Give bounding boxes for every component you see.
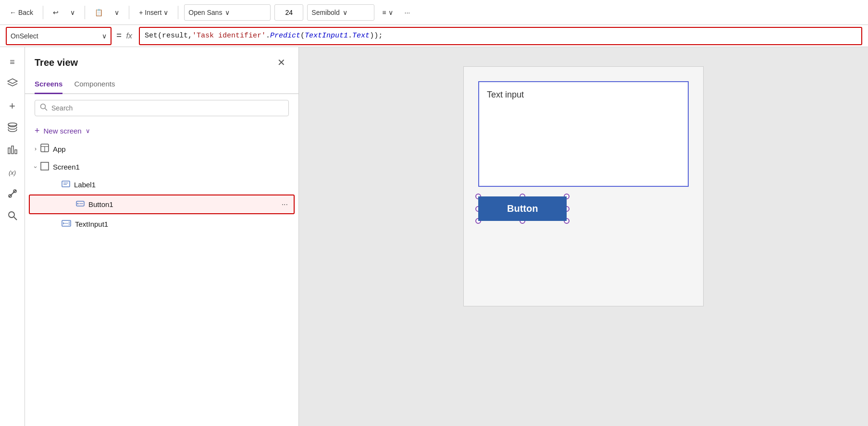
analytics-icon bbox=[7, 144, 18, 157]
undo-icon: ↩ bbox=[53, 9, 59, 16]
search-input[interactable] bbox=[51, 104, 284, 112]
tree-panel: Tree view ✕ Screens Components + bbox=[25, 47, 299, 426]
back-label: Back bbox=[18, 9, 33, 16]
screen1-chevron-icon: › bbox=[32, 166, 39, 168]
svg-line-5 bbox=[9, 190, 16, 197]
insert-chevron-icon: ∨ bbox=[163, 9, 168, 16]
back-button[interactable]: ← Back bbox=[6, 7, 37, 18]
hamburger-icon: ≡ bbox=[10, 57, 15, 67]
paste-icon: 📋 bbox=[95, 9, 103, 16]
insert-label: Insert bbox=[145, 9, 161, 16]
svg-rect-3 bbox=[12, 146, 13, 154]
equals-sign: = bbox=[116, 31, 122, 41]
divider-4 bbox=[178, 6, 178, 19]
paste-dropdown-button[interactable]: ∨ bbox=[111, 7, 123, 18]
layers-icon bbox=[7, 78, 18, 91]
app-chevron-icon: › bbox=[35, 146, 37, 152]
menu-lines-icon: ≡ bbox=[382, 9, 386, 16]
formula-input[interactable]: Set(result, 'Task identifier' . Predict … bbox=[139, 27, 862, 45]
close-tree-button[interactable]: ✕ bbox=[273, 55, 289, 70]
weight-chevron-icon: ∨ bbox=[343, 9, 347, 16]
font-weight-value: Semibold bbox=[311, 9, 339, 16]
button-widget-container: Button bbox=[478, 196, 689, 221]
analytics-button[interactable] bbox=[3, 141, 22, 159]
variables-icon: (x) bbox=[9, 169, 16, 176]
search-icon bbox=[40, 103, 48, 113]
tree-item-screen1[interactable]: › Screen1 bbox=[25, 158, 298, 176]
button1-icon bbox=[76, 199, 85, 209]
font-weight-dropdown[interactable]: Semibold ∨ bbox=[307, 4, 374, 21]
variables-button[interactable]: (x) bbox=[3, 163, 22, 182]
tree-item-button1[interactable]: Button1 ··· bbox=[29, 195, 295, 214]
textinput1-label: TextInput1 bbox=[75, 220, 289, 228]
divider-3 bbox=[129, 6, 129, 19]
insert-button[interactable]: + Insert ∨ bbox=[135, 7, 172, 18]
search-sidebar-button[interactable] bbox=[3, 207, 22, 226]
undo-dropdown-button[interactable]: ∨ bbox=[66, 7, 79, 18]
plus-icon: + bbox=[139, 9, 143, 16]
main-content: ≡ + bbox=[0, 47, 868, 426]
tab-screens[interactable]: Screens bbox=[35, 76, 62, 94]
icon-bar: ≡ + bbox=[0, 47, 25, 426]
plus-icon-sidebar: + bbox=[9, 100, 15, 112]
tree-item-textinput1[interactable]: TextInput1 bbox=[25, 215, 298, 233]
database-button[interactable] bbox=[3, 119, 22, 137]
button1-more-icon[interactable]: ··· bbox=[282, 200, 288, 209]
button1-label: Button1 bbox=[88, 200, 278, 208]
tools-button[interactable] bbox=[3, 185, 22, 204]
textinput1-icon bbox=[62, 219, 71, 229]
property-dropdown[interactable]: OnSelect ∨ bbox=[6, 27, 112, 45]
formula-var: TextInput1 bbox=[305, 32, 348, 40]
paste-button[interactable]: 📋 bbox=[91, 7, 107, 18]
app-icon bbox=[40, 144, 49, 154]
formula-paren: ( bbox=[300, 32, 305, 40]
menu-chevron-icon: ∨ bbox=[388, 9, 393, 16]
tree-item-app[interactable]: › App bbox=[25, 140, 298, 158]
font-size-input[interactable] bbox=[274, 4, 303, 21]
formula-method: Predict bbox=[270, 32, 300, 40]
button-widget[interactable]: Button bbox=[478, 196, 567, 221]
tab-components[interactable]: Components bbox=[74, 76, 115, 94]
font-value: Open Sans bbox=[188, 9, 222, 16]
app-label: App bbox=[53, 145, 289, 153]
new-screen-button[interactable]: + New screen ∨ bbox=[25, 122, 298, 140]
label1-label: Label1 bbox=[74, 181, 289, 189]
phone-frame: Text input Button bbox=[463, 66, 704, 306]
back-arrow-icon: ← bbox=[10, 9, 16, 16]
label1-icon bbox=[62, 180, 70, 190]
layers-button[interactable] bbox=[3, 75, 22, 93]
property-chevron-icon: ∨ bbox=[102, 32, 107, 40]
tree-items: › App › Screen1 bbox=[25, 140, 298, 426]
chevron-down-icon-2: ∨ bbox=[114, 9, 119, 16]
svg-line-9 bbox=[14, 217, 17, 220]
chevron-down-icon: ∨ bbox=[70, 9, 75, 16]
ellipsis-button[interactable]: ··· bbox=[401, 7, 414, 18]
fx-label: fx bbox=[126, 32, 132, 40]
font-dropdown[interactable]: Open Sans ∨ bbox=[184, 4, 271, 21]
svg-point-8 bbox=[9, 212, 14, 218]
tree-header: Tree view ✕ bbox=[25, 47, 298, 76]
svg-point-1 bbox=[8, 123, 17, 126]
close-icon: ✕ bbox=[277, 57, 285, 68]
undo-button[interactable]: ↩ bbox=[49, 7, 62, 18]
toolbar: ← Back ↩ ∨ 📋 ∨ + Insert ∨ Open Sans ∨ Se… bbox=[0, 0, 868, 25]
text-input-widget-label: Text input bbox=[487, 90, 524, 100]
search-sidebar-icon bbox=[8, 211, 17, 223]
tree-tabs: Screens Components bbox=[25, 76, 298, 94]
search-box bbox=[35, 100, 289, 116]
new-screen-chevron-icon: ∨ bbox=[86, 127, 90, 134]
tree-item-label1[interactable]: Label1 bbox=[25, 176, 298, 194]
font-chevron-icon: ∨ bbox=[225, 9, 230, 16]
formula-dot: . bbox=[266, 32, 270, 40]
formula-dot2: . bbox=[348, 32, 352, 40]
canvas-area: Text input Button bbox=[299, 47, 868, 426]
formula-suffix: )); bbox=[370, 32, 383, 40]
hamburger-menu-button[interactable]: ≡ bbox=[3, 53, 22, 71]
menu-more-button[interactable]: ≡ ∨ bbox=[378, 7, 397, 18]
ellipsis-icon: ··· bbox=[405, 9, 410, 16]
add-button[interactable]: + bbox=[3, 97, 22, 115]
formula-prop: Text bbox=[352, 32, 370, 40]
screen1-label: Screen1 bbox=[53, 163, 289, 171]
text-input-widget[interactable]: Text input bbox=[478, 81, 689, 187]
svg-marker-0 bbox=[8, 79, 17, 84]
